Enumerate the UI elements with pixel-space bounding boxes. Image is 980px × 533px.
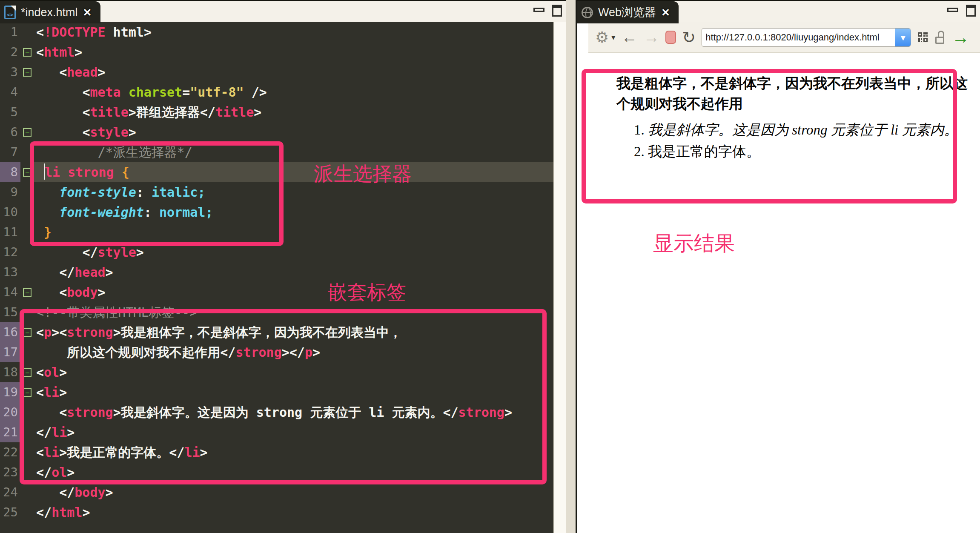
fold-spacer: [20, 302, 34, 322]
code-line[interactable]: 9 font-style: italic;: [0, 182, 553, 202]
line-number: 14: [0, 282, 20, 302]
gear-icon[interactable]: ⚙: [595, 30, 609, 45]
fold-marker[interactable]: [20, 162, 34, 182]
tab-index-html[interactable]: <> *index.html ✕: [0, 1, 100, 23]
code-text: /*派生选择器*/: [34, 142, 192, 162]
browser-pane-body: Web浏览器 ✕ ⚙ ▾ ← → ↻ ▾ →: [577, 0, 980, 533]
code-line[interactable]: 18<ol>: [0, 362, 553, 382]
line-number: 1: [0, 22, 20, 42]
pane-divider[interactable]: [566, 0, 577, 533]
code-line[interactable]: 15<!--带类属性HTML标签-->: [0, 302, 553, 322]
line-number: 16: [0, 322, 20, 342]
editor-pane: <> *index.html ✕ 1<!DOCTYPE html>2<html>…: [0, 0, 566, 533]
code-line[interactable]: 7 /*派生选择器*/: [0, 142, 553, 162]
line-number: 5: [0, 102, 20, 122]
stop-button[interactable]: [665, 31, 676, 44]
forward-icon[interactable]: →: [643, 28, 659, 46]
globe-icon: [582, 7, 593, 18]
code-text: <html>: [34, 42, 82, 62]
back-icon[interactable]: ←: [621, 28, 637, 46]
code-text: <strong>我是斜体字。这是因为 strong 元素位于 li 元素内。</…: [34, 402, 512, 422]
fold-marker[interactable]: [20, 322, 34, 342]
fold-marker[interactable]: [20, 42, 34, 62]
fold-spacer: [20, 182, 34, 202]
html-file-icon: <>: [4, 6, 16, 19]
code-line[interactable]: 1<!DOCTYPE html>: [0, 22, 553, 42]
rendered-ordered-list: 我是斜体字。这是因为 strong 元素位于 li 元素内。我是正常的字体。: [616, 120, 966, 163]
line-number: 7: [0, 142, 20, 162]
line-number: 21: [0, 422, 20, 442]
code-text: li strong {: [34, 162, 129, 182]
tab-web-browser[interactable]: Web浏览器 ✕: [577, 1, 679, 23]
code-text: 所以这个规则对我不起作用</strong></p>: [34, 342, 320, 362]
fold-marker[interactable]: [20, 382, 34, 402]
unlocked-padlock-icon[interactable]: [934, 30, 946, 45]
code-line[interactable]: 12 </style>: [0, 242, 553, 262]
close-icon[interactable]: ✕: [661, 6, 670, 19]
code-line[interactable]: 25</html>: [0, 502, 553, 522]
gear-menu-caret-icon[interactable]: ▾: [611, 33, 615, 42]
line-number: 15: [0, 302, 20, 322]
fold-marker[interactable]: [20, 282, 34, 302]
code-text: <meta charset="utf-8" />: [34, 82, 267, 102]
code-line[interactable]: 6 <style>: [0, 122, 553, 142]
code-line[interactable]: 21</li>: [0, 422, 553, 442]
code-text: </ol>: [34, 462, 75, 482]
refresh-icon[interactable]: ↻: [682, 28, 696, 47]
code-line[interactable]: 5 <title>群组选择器</title>: [0, 102, 553, 122]
url-input[interactable]: [702, 28, 911, 47]
editor-scrollbar[interactable]: [553, 22, 566, 533]
fold-marker[interactable]: [20, 122, 34, 142]
code-text: <head>: [34, 62, 106, 82]
maximize-icon[interactable]: [552, 5, 562, 17]
code-line[interactable]: 23</ol>: [0, 462, 553, 482]
line-number: 3: [0, 62, 20, 82]
code-line[interactable]: 19<li>: [0, 382, 553, 402]
line-number: 13: [0, 262, 20, 282]
code-line[interactable]: 11 }: [0, 222, 553, 242]
code-line[interactable]: 14 <body>: [0, 282, 553, 302]
code-line[interactable]: 8 li strong {: [0, 162, 553, 182]
fold-spacer: [20, 342, 34, 362]
code-line[interactable]: 10 font-weight: normal;: [0, 202, 553, 222]
code-text: <ol>: [34, 362, 67, 382]
fold-spacer: [20, 462, 34, 482]
url-dropdown-button[interactable]: ▾: [895, 29, 911, 46]
go-arrow-icon[interactable]: →: [951, 27, 969, 48]
qr-code-icon[interactable]: [917, 32, 928, 43]
code-line[interactable]: 20 <strong>我是斜体字。这是因为 strong 元素位于 li 元素内…: [0, 402, 553, 422]
fold-marker[interactable]: [20, 362, 34, 382]
code-text: </style>: [34, 242, 144, 262]
close-icon[interactable]: ✕: [83, 6, 92, 19]
fold-spacer: [20, 82, 34, 102]
line-number: 12: [0, 242, 20, 262]
code-text: }: [34, 222, 52, 242]
code-text: </head>: [34, 262, 113, 282]
code-line[interactable]: 16<p><strong>我是粗体字，不是斜体字，因为我不在列表当中，: [0, 322, 553, 342]
browser-toolbar: ⚙ ▾ ← → ↻ ▾ →: [588, 22, 980, 53]
line-number: 8: [0, 162, 20, 182]
line-number: 2: [0, 42, 20, 62]
maximize-icon[interactable]: [966, 5, 976, 17]
code-line[interactable]: 13 </head>: [0, 262, 553, 282]
minimize-icon[interactable]: [947, 8, 958, 12]
code-line[interactable]: 24 </body>: [0, 482, 553, 502]
code-text: <p><strong>我是粗体字，不是斜体字，因为我不在列表当中，: [34, 322, 402, 342]
code-text: font-style: italic;: [34, 182, 205, 202]
fold-spacer: [20, 402, 34, 422]
code-text: font-weight: normal;: [34, 202, 213, 222]
fold-spacer: [20, 202, 34, 222]
code-line[interactable]: 22<li>我是正常的字体。</li>: [0, 442, 553, 462]
fold-spacer: [20, 22, 34, 42]
editor-tab-title: *index.html: [21, 6, 78, 19]
code-text: </li>: [34, 422, 75, 442]
code-line[interactable]: 17 所以这个规则对我不起作用</strong></p>: [0, 342, 553, 362]
minimize-icon[interactable]: [533, 8, 544, 12]
line-number: 19: [0, 382, 20, 402]
code-line[interactable]: 3 <head>: [0, 62, 553, 82]
fold-spacer: [20, 442, 34, 462]
fold-marker[interactable]: [20, 62, 34, 82]
code-editor[interactable]: 1<!DOCTYPE html>2<html>3 <head>4 <meta c…: [0, 22, 553, 533]
code-line[interactable]: 4 <meta charset="utf-8" />: [0, 82, 553, 102]
code-line[interactable]: 2<html>: [0, 42, 553, 62]
